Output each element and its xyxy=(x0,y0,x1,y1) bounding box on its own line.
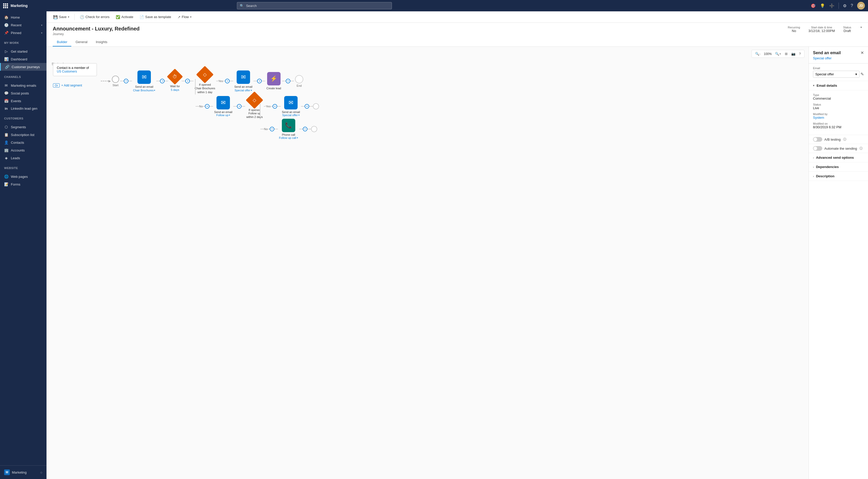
status-row: Status Live xyxy=(813,103,864,110)
modified-by-value[interactable]: System xyxy=(813,115,864,119)
email-node-1-shape: ✉ xyxy=(137,70,151,84)
email-details-label: Email details xyxy=(816,83,837,88)
email-node-3-shape: ✉ xyxy=(216,96,230,109)
tab-general[interactable]: General xyxy=(71,38,91,46)
email-node-2-sublabel[interactable]: Special offer ▾ xyxy=(235,89,252,92)
channels-group-label: Channels xyxy=(0,73,46,79)
sidebar-item-dashboard[interactable]: 📊 Dashboard xyxy=(0,55,46,63)
node-send-email-3[interactable]: ✉ Send an email Follow up ▾ xyxy=(214,96,232,117)
canvas: 🔍- 100% 🔍+ ⊞ 📷 ? Starts when: Contact xyxy=(46,47,809,479)
save-button[interactable]: 💾 Save ▾ xyxy=(51,14,72,21)
node-create-lead[interactable]: ⚡ Create lead xyxy=(266,72,281,90)
no-label-2: No xyxy=(264,128,268,131)
node-send-email-1[interactable]: ✉ Send an email Chair Brochures ▾ xyxy=(133,70,155,92)
vertical-connector-no-2 xyxy=(260,104,260,119)
sidebar-item-segments[interactable]: ⬡ Segments xyxy=(0,123,46,131)
add-node-5[interactable]: + xyxy=(257,79,262,83)
email-node-3-sublabel[interactable]: Follow up ▾ xyxy=(216,113,230,117)
sidebar-item-subscription[interactable]: 📋 Subscription list xyxy=(0,131,46,139)
phone-call-sublabel[interactable]: Follow up call ▾ xyxy=(279,136,298,139)
node-if-opened-1[interactable]: ◇ If opened Chair Brochureswithin 1 day xyxy=(194,68,215,94)
email-node-1-sublabel[interactable]: Chair Brochures ▾ xyxy=(133,89,155,92)
sidebar-item-pinned[interactable]: 📌 Pinned ▾ xyxy=(0,29,46,37)
tab-insights[interactable]: Insights xyxy=(92,38,112,46)
add-node-end2[interactable]: + xyxy=(305,104,309,109)
pinned-chevron: ▾ xyxy=(41,32,42,34)
sidebar-item-customer-journeys[interactable]: 🔗 Customer journeys xyxy=(0,63,46,71)
flow-button[interactable]: ↗ Flow ▾ xyxy=(175,14,194,21)
connector-4-5: + xyxy=(253,79,265,83)
sidebar-item-web-pages[interactable]: 🌐 Web pages xyxy=(0,173,46,180)
segment-link[interactable]: US Customers xyxy=(57,70,77,73)
screenshot-button[interactable]: 📷 xyxy=(790,51,797,57)
email-details-expandable[interactable]: ▾ Email details xyxy=(809,81,868,90)
sidebar-item-contacts[interactable]: 👤 Contacts xyxy=(0,139,46,146)
settings-icon[interactable]: ⚙ xyxy=(843,3,846,8)
sidebar-item-linkedin[interactable]: in LinkedIn lead gen xyxy=(0,105,46,112)
add-node-end3[interactable]: + xyxy=(303,127,307,131)
page-header: Announcement - Luxury, Redefined Journey… xyxy=(46,23,868,47)
pin-icon: 📌 xyxy=(4,31,8,35)
email-select[interactable]: Special offer ▾ xyxy=(813,71,860,78)
ab-testing-toggle[interactable] xyxy=(813,137,822,142)
tab-builder[interactable]: Builder xyxy=(53,38,71,46)
add-node-no-3[interactable]: + xyxy=(270,127,274,131)
sidebar-item-leads[interactable]: ◈ Leads xyxy=(0,154,46,162)
add-node-3[interactable]: + xyxy=(185,79,190,83)
email-node-4-sublabel[interactable]: Special offer ▾ xyxy=(282,113,300,117)
check-errors-button[interactable]: 🕐 Check for errors xyxy=(77,14,112,21)
zoom-out-button[interactable]: 🔍- xyxy=(754,51,762,57)
dependencies-expandable[interactable]: › Dependencies xyxy=(809,162,868,172)
node-wait-for[interactable]: ⏱ Wait for 5 days xyxy=(169,71,181,91)
sidebar-item-home[interactable]: 🏠 Get started Home xyxy=(0,13,46,21)
email-node-4-shape: ✉ xyxy=(284,96,298,109)
email-edit-icon[interactable]: ✎ xyxy=(861,72,864,77)
main-container: 🏠 Get started Home 🕐 Recent ▾ 📌 Pinned ▾… xyxy=(0,11,868,479)
add-icon[interactable]: ➕ xyxy=(829,3,834,8)
flow-chevron[interactable]: ▾ xyxy=(190,15,191,18)
segments-icon: ⬡ xyxy=(4,125,8,129)
save-template-button[interactable]: 📄 Save as template xyxy=(137,14,174,21)
meta-expand-chevron[interactable]: ▾ xyxy=(861,26,862,29)
email-node-2-label: Send an email xyxy=(234,85,252,89)
save-chevron[interactable]: ▾ xyxy=(68,15,69,18)
page-title-row: Announcement - Luxury, Redefined Journey… xyxy=(53,26,862,36)
sidebar-item-forms[interactable]: 📝 Forms xyxy=(0,180,46,188)
add-node-yes-2[interactable]: + xyxy=(273,104,277,109)
sidebar-item-get-started[interactable]: ▷ Get started xyxy=(0,47,46,55)
sidebar-item-social-posts[interactable]: 💬 Social posts xyxy=(0,89,46,97)
sidebar-item-events[interactable]: 📅 Events xyxy=(0,97,46,105)
description-expandable[interactable]: › Description xyxy=(809,172,868,181)
add-node-end[interactable]: + xyxy=(286,79,290,83)
waffle-icon[interactable] xyxy=(3,3,8,8)
add-node-1[interactable]: + xyxy=(124,79,128,83)
meta-status: Status Draft xyxy=(843,26,851,33)
feedback-icon[interactable]: 🎯 xyxy=(811,3,816,8)
sidebar-item-marketing-emails[interactable]: ✉ Marketing emails xyxy=(0,81,46,89)
panel-close-button[interactable]: ✕ xyxy=(861,50,864,55)
node-phone-call[interactable]: 📞 Phone call Follow up call ▾ xyxy=(279,119,298,139)
add-node-4[interactable]: + xyxy=(225,79,230,83)
automate-info-icon[interactable]: ⓘ xyxy=(860,146,863,151)
activate-button[interactable]: ✅ Activate xyxy=(113,14,136,21)
panel-subtitle[interactable]: Special offer xyxy=(809,56,868,64)
fit-screen-button[interactable]: ⊞ xyxy=(783,51,789,57)
sidebar-bottom-app[interactable]: M Marketing ◇ xyxy=(0,468,46,477)
search-bar[interactable]: 🔍 Search xyxy=(237,2,392,9)
add-node-no-1[interactable]: + xyxy=(205,104,210,109)
sidebar-item-recent[interactable]: 🕐 Recent ▾ xyxy=(0,21,46,29)
advanced-expandable[interactable]: › Advanced send options xyxy=(809,153,868,162)
avatar[interactable]: JD xyxy=(857,2,865,9)
add-node-no-2[interactable]: + xyxy=(237,104,242,109)
help-icon[interactable]: ? xyxy=(851,3,853,8)
add-node-2[interactable]: + xyxy=(160,79,164,83)
automate-toggle[interactable] xyxy=(813,146,822,151)
sidebar-item-accounts[interactable]: 🏢 Accounts xyxy=(0,146,46,154)
add-segment-btn[interactable]: + Add segment xyxy=(61,83,82,87)
help-canvas-button[interactable]: ? xyxy=(798,51,802,57)
node-send-email-2[interactable]: ✉ Send an email Special offer ▾ xyxy=(234,70,252,92)
lightbulb-icon[interactable]: 💡 xyxy=(820,3,825,8)
ab-info-icon[interactable]: ⓘ xyxy=(843,137,846,142)
zoom-in-button[interactable]: 🔍+ xyxy=(774,51,782,57)
node-send-email-4[interactable]: ✉ Send an email Special offer ▾ xyxy=(282,96,300,117)
